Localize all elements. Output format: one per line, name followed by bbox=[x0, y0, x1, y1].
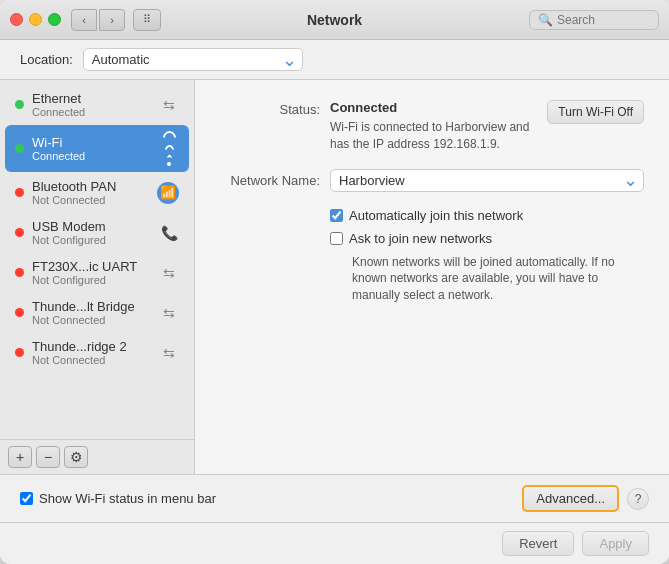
content: Ethernet Connected ⇆ Wi-Fi Connected bbox=[0, 80, 669, 474]
checkboxes-section: Automatically join this network Ask to j… bbox=[330, 208, 644, 304]
network-select-wrapper: Harborview ⌄ bbox=[330, 169, 644, 192]
wifi-icon-sidebar bbox=[159, 131, 179, 166]
arrows-icon-ethernet: ⇆ bbox=[159, 97, 179, 113]
maximize-button[interactable] bbox=[48, 13, 61, 26]
sidebar-item-ethernet[interactable]: Ethernet Connected ⇆ bbox=[5, 85, 189, 124]
main-panel: Status: Connected Wi-Fi is connected to … bbox=[195, 80, 669, 474]
nav-buttons: ‹ › bbox=[71, 9, 125, 31]
search-bar[interactable]: 🔍 bbox=[529, 10, 659, 30]
status-row: Status: Connected Wi-Fi is connected to … bbox=[220, 100, 644, 153]
sidebar-item-status-bluetooth: Not Connected bbox=[32, 194, 149, 206]
sidebar-item-status-wifi: Connected bbox=[32, 150, 151, 162]
sidebar-item-thunderbolt-bridge[interactable]: Thunde...lt Bridge Not Connected ⇆ bbox=[5, 293, 189, 332]
sidebar-item-name-ft230x: FT230X...ic UART bbox=[32, 259, 151, 274]
add-network-button[interactable]: + bbox=[8, 446, 32, 468]
location-select-wrapper: Automatic ⌄ bbox=[83, 48, 303, 71]
sidebar-item-name-ethernet: Ethernet bbox=[32, 91, 151, 106]
arrows-icon-ridge2: ⇆ bbox=[159, 345, 179, 361]
auto-join-label[interactable]: Automatically join this network bbox=[349, 208, 523, 223]
network-name-row: Network Name: Harborview ⌄ bbox=[220, 169, 644, 192]
help-button[interactable]: ? bbox=[627, 488, 649, 510]
sidebar-footer: + − ⚙ bbox=[0, 439, 194, 474]
show-wifi-row: Show Wi-Fi status in menu bar bbox=[20, 491, 522, 506]
apply-button[interactable]: Apply bbox=[582, 531, 649, 556]
toolbar: Location: Automatic ⌄ bbox=[0, 40, 669, 80]
sidebar-item-name-usb: USB Modem bbox=[32, 219, 151, 234]
revert-button[interactable]: Revert bbox=[502, 531, 574, 556]
status-dot-usb bbox=[15, 228, 24, 237]
search-input[interactable] bbox=[557, 13, 647, 27]
sidebar-item-name-ridge2: Thunde...ridge 2 bbox=[32, 339, 151, 354]
sidebar-item-status-ethernet: Connected bbox=[32, 106, 151, 118]
sidebar-item-wifi[interactable]: Wi-Fi Connected bbox=[5, 125, 189, 172]
ask-join-row: Ask to join new networks bbox=[330, 231, 644, 246]
auto-join-row: Automatically join this network bbox=[330, 208, 644, 223]
arrows-icon-bridge: ⇆ bbox=[159, 305, 179, 321]
sidebar-item-status-bridge: Not Connected bbox=[32, 314, 151, 326]
status-dot-ft230x bbox=[15, 268, 24, 277]
networks-note: Known networks will be joined automatica… bbox=[352, 254, 644, 304]
network-name-select[interactable]: Harborview bbox=[330, 169, 644, 192]
traffic-lights bbox=[10, 13, 61, 26]
sidebar-item-status-ft230x: Not Configured bbox=[32, 274, 151, 286]
network-name-label: Network Name: bbox=[220, 173, 320, 188]
sidebar-list: Ethernet Connected ⇆ Wi-Fi Connected bbox=[0, 80, 194, 439]
remove-network-button[interactable]: − bbox=[36, 446, 60, 468]
status-label: Status: bbox=[220, 100, 320, 117]
settings-button[interactable]: ⚙ bbox=[64, 446, 88, 468]
advanced-button[interactable]: Advanced... bbox=[522, 485, 619, 512]
sidebar-item-name-wifi: Wi-Fi bbox=[32, 135, 151, 150]
status-dot-bridge bbox=[15, 308, 24, 317]
sidebar: Ethernet Connected ⇆ Wi-Fi Connected bbox=[0, 80, 195, 474]
sidebar-item-name-bluetooth: Bluetooth PAN bbox=[32, 179, 149, 194]
grid-button[interactable]: ⠿ bbox=[133, 9, 161, 31]
sidebar-item-ft230x[interactable]: FT230X...ic UART Not Configured ⇆ bbox=[5, 253, 189, 292]
status-dot-bluetooth bbox=[15, 188, 24, 197]
ask-join-checkbox[interactable] bbox=[330, 232, 343, 245]
show-wifi-checkbox[interactable] bbox=[20, 492, 33, 505]
search-icon: 🔍 bbox=[538, 13, 553, 27]
arrows-icon-ft230x: ⇆ bbox=[159, 265, 179, 281]
sidebar-item-name-bridge: Thunde...lt Bridge bbox=[32, 299, 151, 314]
status-value: Connected bbox=[330, 100, 397, 115]
location-label: Location: bbox=[20, 52, 73, 67]
phone-icon: 📞 bbox=[159, 225, 179, 241]
sidebar-item-status-ridge2: Not Connected bbox=[32, 354, 151, 366]
sidebar-item-bluetooth-pan[interactable]: Bluetooth PAN Not Connected 📶 bbox=[5, 173, 189, 212]
status-dot-ridge2 bbox=[15, 348, 24, 357]
location-select[interactable]: Automatic bbox=[83, 48, 303, 71]
titlebar: ‹ › ⠿ Network 🔍 bbox=[0, 0, 669, 40]
auto-join-checkbox[interactable] bbox=[330, 209, 343, 222]
close-button[interactable] bbox=[10, 13, 23, 26]
back-button[interactable]: ‹ bbox=[71, 9, 97, 31]
action-buttons: Revert Apply bbox=[0, 522, 669, 564]
minimize-button[interactable] bbox=[29, 13, 42, 26]
status-dot-wifi bbox=[15, 144, 24, 153]
window-title: Network bbox=[307, 12, 362, 28]
bottom-bar: Show Wi-Fi status in menu bar Advanced..… bbox=[0, 474, 669, 522]
forward-button[interactable]: › bbox=[99, 9, 125, 31]
bluetooth-icon: 📶 bbox=[157, 182, 179, 204]
show-wifi-label[interactable]: Show Wi-Fi status in menu bar bbox=[39, 491, 216, 506]
sidebar-item-thunderbolt-ridge2[interactable]: Thunde...ridge 2 Not Connected ⇆ bbox=[5, 333, 189, 372]
sidebar-item-usb-modem[interactable]: USB Modem Not Configured 📞 bbox=[5, 213, 189, 252]
status-dot-ethernet bbox=[15, 100, 24, 109]
sidebar-item-status-usb: Not Configured bbox=[32, 234, 151, 246]
turn-wifi-off-button[interactable]: Turn Wi-Fi Off bbox=[547, 100, 644, 124]
status-description: Wi-Fi is connected to Harborview and has… bbox=[330, 119, 537, 153]
ask-join-label[interactable]: Ask to join new networks bbox=[349, 231, 492, 246]
network-preferences-window: ‹ › ⠿ Network 🔍 Location: Automatic ⌄ bbox=[0, 0, 669, 564]
